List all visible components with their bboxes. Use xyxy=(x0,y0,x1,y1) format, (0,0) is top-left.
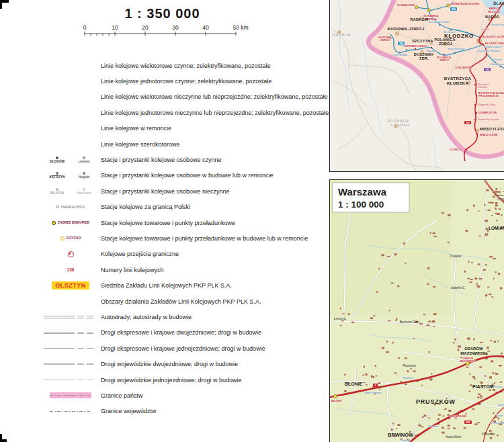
legend-row-stations-active: GŁOGÓWLisewkoStacje i przystanki kolejow… xyxy=(0,152,325,167)
voivodeship-border-symbol xyxy=(50,411,91,412)
station-example: Świerzawa xyxy=(71,188,97,195)
label-klodzko-miasto: KŁODZKO MIASTO xyxy=(485,42,504,45)
legend-row-label: Linie kolejowe wielotorowe nieczynne lub… xyxy=(101,93,328,100)
legend-row-label: Stacje kolejowe towarowe i punkty przeła… xyxy=(101,220,235,226)
station-example-name: Lisewko xyxy=(79,160,90,163)
station-example: KĘTRZYN xyxy=(44,172,71,179)
motorway-symbol xyxy=(42,316,99,319)
label-bystrzyca-town: BYSTRZYCA xyxy=(444,76,472,81)
border-crossing-symbol xyxy=(42,251,99,257)
legend-row-label: Granice województw xyxy=(101,408,157,414)
label-plochocin-town: Płochocin xyxy=(403,364,416,367)
legend-row-plk-areas: Obszary działania Zakładów Linii Kolejow… xyxy=(0,294,325,309)
scale-tick-label: 50 km xyxy=(233,24,248,31)
station-example-name: Świerzawa xyxy=(77,191,91,195)
label-kudowa-zdroj: KUDOWA-ZDRÓJ xyxy=(388,26,425,31)
legend-row-label: Linie kolejowe wielotorowe czynne; zelek… xyxy=(101,62,271,69)
legend-row-expressway-dual: Drogi ekspresowe i krajowe dwujezdniowe;… xyxy=(0,325,325,341)
label-pruszkow-station: PRUSZKÓW xyxy=(450,414,466,418)
label-zelazno: Żelazno xyxy=(493,58,502,61)
legend-row-voivodeship-dual: Drogi wojewódzkie dwujezdniowe; drogi w … xyxy=(0,356,325,371)
label-polanica-station-2: ZDRÓJ xyxy=(439,58,449,62)
legend-row-label: Siedziba Zakładu Linii Kolejowych PKP PL… xyxy=(101,282,232,289)
scale-tick-label: 20 xyxy=(142,24,149,31)
legend-row-label: Kolejowe przejścia graniczne xyxy=(101,251,179,257)
legend-row-voivodeship-border: Granice województw xyxy=(0,404,325,419)
label-lawica: Ławica xyxy=(482,28,489,31)
station-example-name: WILKÓW xyxy=(50,191,65,195)
scale-bar: 0 10 20 30 40 50 km xyxy=(79,23,249,40)
label-tworki: Tworki xyxy=(496,414,503,417)
legend-row-label: Stacje i przystanki kolejowe osobowe nie… xyxy=(101,188,230,195)
label-bystrzyca-town-2: KŁODZKA xyxy=(447,81,469,85)
label-lichkov: LICHKOV xyxy=(450,148,462,151)
label-gorzuchow: Gorzuchów Kłodzki xyxy=(428,21,450,24)
legend-row-label: Stacje kolejowe towarowe i punkty przeła… xyxy=(101,235,308,242)
station-example-name: GŁOGÓW xyxy=(50,160,65,163)
station-marker-icon xyxy=(83,157,85,159)
label-truskaw: Truskaw xyxy=(450,255,462,258)
voivodeship-single-symbol xyxy=(42,380,99,380)
legend-row-label: Granice państw xyxy=(101,392,143,399)
badge-276: 276 xyxy=(466,122,470,124)
road-symbol xyxy=(44,316,97,319)
label-rychnov: RYCHNOV xyxy=(388,119,409,123)
legend-row-expressway-single: Drogi ekspresowe i krajowe jednojezdniow… xyxy=(0,341,325,356)
stations-active-symbol: GŁOGÓWLisewko xyxy=(42,157,99,163)
label-lewin: Lewin Kłodzki xyxy=(392,54,408,56)
voivodeship-border-symbol xyxy=(42,411,99,412)
freight-station-symbol: ZABRZE BISKUPICE xyxy=(42,221,99,225)
station-marker-icon xyxy=(56,157,58,159)
station-marker-icon xyxy=(83,188,85,191)
station-marker-icon xyxy=(56,188,58,191)
label-bystrzyca-przedmiescie-2: PRZEDMIEŚCIE xyxy=(478,94,499,97)
legend-row-plk-hq: OLSZTYNSiedziba Zakładu Linii Kolejowych… xyxy=(0,277,325,293)
label-parzniew: Parzniew xyxy=(428,425,439,428)
label-miedzylesie-station: MIĘDZYLESIE xyxy=(480,133,498,136)
road-symbol xyxy=(44,380,97,380)
label-blonie-station: BŁONIE xyxy=(331,399,341,402)
legend-row-label: Linie kolejowe jednotorowe czynne; zelek… xyxy=(101,78,271,85)
label-piastow-town: PIASTÓW xyxy=(472,384,495,389)
legend-row-stations-construction: KĘTRZYNNiegutkiStacje i przystanki kolej… xyxy=(0,168,325,183)
label-brwinow-station: Brwinów xyxy=(401,439,411,442)
label-nowa-ruda-slupiec: NOWA RUDA SŁUPIEC xyxy=(451,2,480,5)
label-pruszkow-wkd: Pruszków WKD xyxy=(491,422,504,425)
legend-rows: Linie kolejowe wielotorowe czynne; zelek… xyxy=(0,58,325,419)
legend-row-label: Drogi wojewódzkie jednojezdniowe; drogi … xyxy=(101,377,242,384)
legend-row-label: Drogi wojewódzkie dwujezdniowe; drogi w … xyxy=(101,361,238,367)
badge-3: 3 xyxy=(375,384,376,387)
label-roztoki: Roztoki Bystrzyckie xyxy=(478,118,499,121)
legend-row-rail-single-closed: Linie kolejowe jednotorowe nieczynne lub… xyxy=(0,105,325,120)
station-example: Lisewko xyxy=(71,157,97,163)
freight-construction-symbol: GIŻYCKO xyxy=(42,236,99,240)
station-example-name: ZABRZE BISKUPICE xyxy=(58,221,89,224)
legend-row-motorway: Autostrady; autostrady w budowie xyxy=(0,309,325,324)
legend-row-rail-multi-closed: Linie kolejowe wielotorowe nieczynne lub… xyxy=(0,89,325,105)
station-marker-icon xyxy=(56,172,58,175)
abroad-station-icon xyxy=(56,206,59,209)
stations-construction-symbol: KĘTRZYNNiegutki xyxy=(42,172,99,179)
label-klodzko-glowne: KŁODZKO GŁÓWNE xyxy=(482,35,504,38)
legend-row-label: Linie kolejowe w remoncie xyxy=(101,125,171,132)
legend-row-label: Drogi ekspresowe i krajowe dwujezdniowe;… xyxy=(101,329,261,336)
legend-row-rail-broad-gauge: Linie kolejowe szerokotorowe xyxy=(0,136,325,152)
station-example-name: KĘTRZYN xyxy=(49,175,65,179)
label-szczytna: SZCZYTNA xyxy=(412,39,433,43)
legend-row-rail-multi-active: Linie kolejowe wielotorowe czynne; zelek… xyxy=(0,58,325,73)
label-bardo-slaskie: Bardo Śląskie xyxy=(491,23,504,26)
scale-tick-label: 30 xyxy=(172,24,179,31)
station-example: WILKÓW xyxy=(44,188,71,195)
map-title: Warszawa xyxy=(338,186,387,197)
label-blonie-rokitno: Błonie Rokitno xyxy=(365,392,381,394)
label-plochocin-station: Płochocin xyxy=(403,377,413,380)
scale-tick-label: 10 xyxy=(112,24,118,31)
map-scale: 1 : 100 000 xyxy=(338,200,384,210)
label-nachod: NACHOD xyxy=(333,33,351,37)
label-gorzanow: GORZANÓW xyxy=(455,66,471,69)
badge-447: 447 xyxy=(466,421,470,424)
state-border-symbol xyxy=(42,392,99,398)
line-number-symbol: 138 xyxy=(42,267,99,272)
station-example-name: HARRACHOV xyxy=(61,205,85,209)
label-dziekanow-2: Leśny xyxy=(497,197,504,200)
